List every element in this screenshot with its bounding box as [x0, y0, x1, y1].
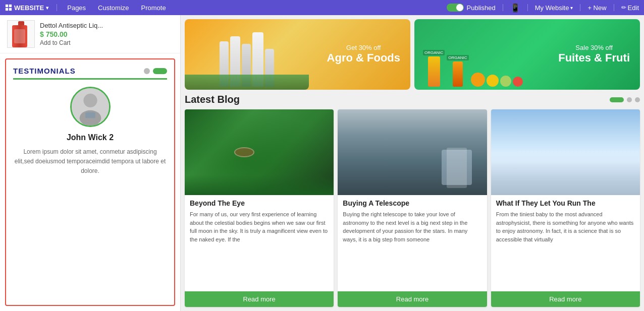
blog-card-2-body: Buying A Telescope Buying the right tele…	[338, 195, 487, 291]
nav-promote[interactable]: Promote	[139, 4, 168, 12]
blog-dot-active[interactable]	[610, 97, 624, 102]
nav-divider-1	[57, 4, 57, 11]
banner-agro-title: Agro & Foods	[327, 51, 400, 65]
website-brand[interactable]: WEBSITE ▾	[5, 4, 48, 12]
svg-rect-3	[9, 8, 12, 11]
banner-fruits-title: Fuites & Fruti	[558, 51, 630, 65]
dot-active[interactable]	[153, 68, 167, 74]
banner-agro-subtitle: Get 30% off	[327, 44, 400, 51]
blog-dot-inactive-1[interactable]	[627, 97, 632, 102]
banner-agro[interactable]: Get 30% off Agro & Foods	[185, 19, 410, 90]
blog-card-3-image	[491, 109, 640, 195]
left-sidebar: Dettol Antiseptic Liq... $ 750.00 Add to…	[0, 15, 181, 311]
blog-card-1-title: Beyond The Eye	[190, 199, 329, 207]
blog-header: Latest Blog	[185, 94, 640, 105]
avatar	[70, 87, 111, 127]
main-layout: Dettol Antiseptic Liq... $ 750.00 Add to…	[0, 15, 644, 311]
product-info: Dettol Antiseptic Liq... $ 750.00 Add to…	[40, 22, 173, 46]
banner-fruits-text: Sale 30% off Fuites & Fruti	[558, 44, 630, 65]
blog-card-2-read-more[interactable]: Read more	[338, 291, 487, 307]
testimonials-section: TESTIMONIALS	[5, 58, 175, 306]
banner-fruits[interactable]: ORGANIC ORGANIC	[414, 19, 640, 90]
blog-card-3: What If They Let You Run The From the ti…	[491, 109, 640, 307]
avatar-svg	[72, 87, 109, 126]
blog-section-title: Latest Blog	[185, 94, 240, 105]
product-price: $ 750.00	[40, 30, 173, 38]
nav-divider-4	[580, 4, 580, 11]
topnav: WEBSITE ▾ Pages Customize Promote Publis…	[0, 0, 644, 15]
nav-divider-2	[503, 4, 503, 11]
add-to-cart-link[interactable]: Add to Cart	[40, 39, 173, 46]
blog-card-3-read-more[interactable]: Read more	[491, 291, 640, 307]
eye-hint	[234, 147, 254, 157]
svg-rect-0	[6, 5, 8, 7]
blog-card-3-body: What If They Let You Run The From the ti…	[491, 195, 640, 291]
product-row: Dettol Antiseptic Liq... $ 750.00 Add to…	[0, 15, 180, 53]
blog-card-1: Beyond The Eye For many of us, our very …	[185, 109, 334, 307]
svg-point-5	[83, 94, 97, 107]
banner-agro-text: Get 30% off Agro & Foods	[327, 44, 400, 65]
nav-pages[interactable]: Pages	[65, 4, 88, 12]
svg-rect-1	[9, 5, 12, 7]
blog-card-3-title: What If They Let You Run The	[496, 199, 635, 207]
blog-pagination-dots	[610, 97, 640, 102]
edit-button[interactable]: ✏ Edit	[621, 4, 639, 12]
blog-card-1-text: For many of us, our very first experienc…	[190, 210, 329, 287]
blog-card-2: Buying A Telescope Buying the right tele…	[338, 109, 487, 307]
nav-divider-5	[614, 4, 614, 11]
blog-card-2-title: Buying A Telescope	[343, 199, 481, 207]
nav-customize[interactable]: Customize	[96, 4, 131, 12]
testimonial-text: Lorem ipsum dolor sit amet, conmetur asd…	[13, 147, 167, 176]
svg-rect-2	[6, 8, 8, 11]
blog-card-1-body: Beyond The Eye For many of us, our very …	[185, 195, 334, 291]
testimonials-dots	[144, 68, 167, 74]
testimonial-content: John Wick 2 Lorem ipsum dolor sit amet, …	[13, 87, 167, 176]
svg-rect-7	[85, 112, 95, 118]
product-image	[7, 20, 35, 48]
right-content: Get 30% off Agro & Foods ORGANIC ORGANIC	[181, 15, 644, 311]
edit-icon: ✏	[621, 4, 626, 11]
toggle-track[interactable]	[447, 4, 464, 12]
banners-row: Get 30% off Agro & Foods ORGANIC ORGANIC	[185, 19, 640, 90]
banner-fruits-subtitle: Sale 30% off	[558, 44, 630, 51]
blog-card-3-text: From the tiniest baby to the most advanc…	[496, 210, 635, 287]
toggle-knob	[456, 4, 463, 11]
testimonial-name: John Wick 2	[67, 133, 114, 142]
testimonials-header: TESTIMONIALS	[13, 67, 167, 80]
blog-card-1-read-more[interactable]: Read more	[185, 291, 334, 307]
blog-card-2-text: Buying the right telescope to take your …	[343, 210, 481, 287]
blog-section: Latest Blog	[185, 94, 640, 307]
blog-cards: Beyond The Eye For many of us, our very …	[185, 109, 640, 307]
blog-card-1-image	[185, 109, 334, 195]
banner-agro-visual	[185, 19, 309, 90]
blog-dot-inactive-2[interactable]	[635, 97, 640, 102]
published-toggle[interactable]: Published	[447, 4, 496, 12]
dot-inactive[interactable]	[144, 68, 150, 74]
new-button[interactable]: + New	[587, 4, 606, 12]
published-label: Published	[467, 4, 496, 12]
testimonials-title: TESTIMONIALS	[13, 67, 76, 75]
nav-divider-3	[527, 4, 528, 11]
banner-fruits-visual: ORGANIC ORGANIC	[414, 19, 527, 90]
blog-card-2-image	[338, 109, 487, 195]
my-website-button[interactable]: My Website ▾	[535, 4, 573, 12]
topnav-right: Published 📱 My Website ▾ + New ✏ Edit	[447, 3, 639, 13]
product-name: Dettol Antiseptic Liq...	[40, 22, 173, 29]
mobile-icon[interactable]: 📱	[510, 3, 520, 13]
